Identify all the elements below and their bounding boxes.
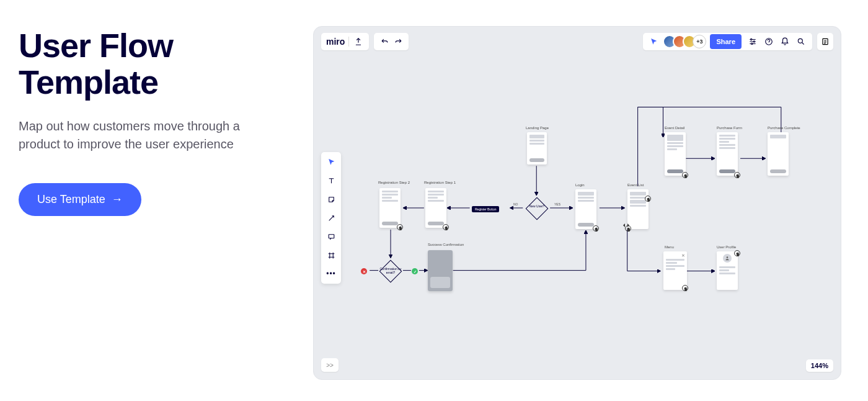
status-no-icon: ✕: [361, 268, 367, 274]
touch-icon: [593, 225, 599, 232]
node-label-landing: Landing Page: [526, 126, 549, 130]
hero-section: User Flow Template Map out how customers…: [19, 27, 291, 216]
node-label-reg1: Registration Step 1: [424, 181, 456, 185]
node-label-menu: Menu: [665, 245, 674, 250]
touch-icon: [645, 196, 651, 202]
touch-icon: [734, 172, 740, 178]
page-subtitle: Map out how customers move through a pro…: [19, 117, 279, 153]
wf-purchase-complete[interactable]: [768, 132, 789, 176]
cta-label: Use Template: [37, 193, 105, 206]
use-template-button[interactable]: Use Template →: [19, 183, 141, 216]
wf-login[interactable]: [575, 189, 596, 229]
node-register-button[interactable]: Register Button: [472, 206, 499, 212]
close-icon[interactable]: ✕: [681, 253, 685, 258]
node-label-purchase-form: Purchase Form: [717, 126, 742, 130]
wf-purchase-form[interactable]: [717, 132, 738, 176]
decision-confirm-label: Confirmation by email?: [378, 268, 403, 274]
node-label-success: Success Confirmation: [428, 243, 464, 247]
miro-board: miro: [313, 26, 841, 380]
touch-icon: [443, 224, 449, 230]
wf-reg1[interactable]: [425, 188, 446, 228]
user-avatar-icon: [723, 254, 732, 263]
wf-landing[interactable]: [527, 132, 547, 164]
wf-menu[interactable]: ✕: [663, 251, 687, 290]
touch-icon: [682, 285, 688, 291]
node-label-login: Login: [575, 183, 585, 187]
node-label-event-detail: Event Detail: [665, 126, 684, 130]
node-label-reg2: Registration Step 2: [378, 181, 410, 185]
node-label-event-list: Event List: [627, 183, 644, 187]
svg-point-7: [727, 256, 728, 258]
label-yes-right: YES: [554, 203, 560, 207]
scroll-handle-icon: [624, 223, 629, 228]
decision-new-user-label: New User?: [525, 205, 549, 209]
touch-icon: [734, 250, 740, 256]
page-title: User Flow Template: [19, 27, 291, 101]
touch-icon: [397, 224, 403, 230]
arrow-right-icon: →: [112, 193, 123, 206]
touch-icon: [682, 172, 688, 178]
wf-event-detail[interactable]: [665, 132, 686, 176]
node-label-user-profile: User Profile: [717, 245, 736, 250]
wf-reg2[interactable]: [379, 188, 401, 228]
wf-user-profile[interactable]: [717, 251, 738, 290]
status-yes-icon: ✓: [412, 268, 418, 274]
canvas[interactable]: Landing Page New User? YES NO Register B…: [314, 27, 841, 379]
label-no-left: NO: [513, 203, 518, 207]
node-label-purchase-complete: Purchase Complete: [768, 126, 800, 130]
wf-success[interactable]: [428, 250, 453, 291]
wf-event-list[interactable]: [627, 189, 649, 229]
